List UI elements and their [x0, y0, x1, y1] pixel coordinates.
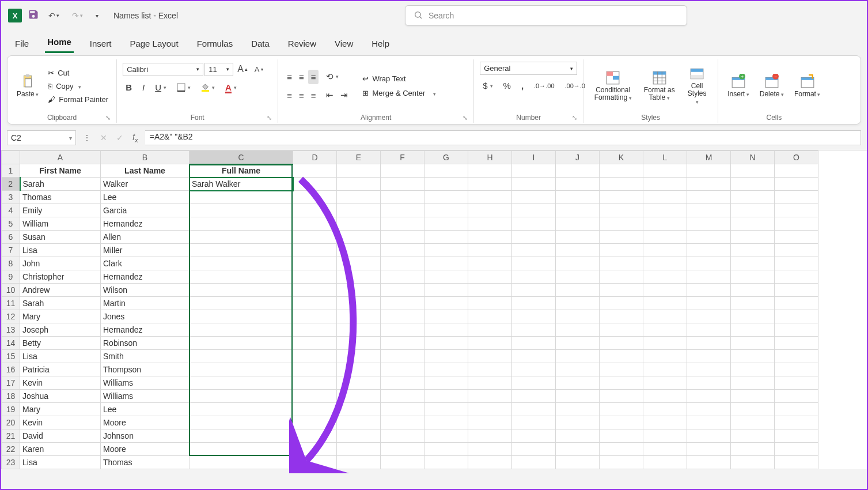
- cell[interactable]: [337, 191, 381, 204]
- cell[interactable]: [731, 217, 775, 231]
- cell[interactable]: [731, 363, 775, 376]
- conditional-formatting-button[interactable]: Conditional Formatting: [589, 69, 636, 103]
- cell[interactable]: [687, 164, 731, 178]
- cell[interactable]: [731, 323, 775, 337]
- cell[interactable]: [337, 244, 381, 257]
- cell[interactable]: [775, 257, 818, 270]
- row-header-3[interactable]: 3: [2, 191, 20, 204]
- delete-cells-button[interactable]: − Delete: [756, 73, 787, 99]
- cell[interactable]: [556, 403, 600, 416]
- tab-review[interactable]: Review: [286, 34, 319, 53]
- cell-A20[interactable]: Kevin: [20, 416, 101, 429]
- cell[interactable]: [600, 310, 643, 323]
- col-header-C[interactable]: C: [189, 151, 293, 164]
- row-header-12[interactable]: 12: [2, 310, 20, 323]
- cell[interactable]: [731, 376, 775, 390]
- cell[interactable]: [556, 416, 600, 429]
- cell-C14[interactable]: [189, 337, 293, 350]
- cell[interactable]: [512, 164, 556, 178]
- cell[interactable]: [293, 284, 337, 297]
- cell[interactable]: [687, 231, 731, 244]
- tab-help[interactable]: Help: [369, 34, 392, 53]
- cell[interactable]: [556, 270, 600, 284]
- cell-B1[interactable]: Last Name: [101, 164, 189, 178]
- merge-center-button[interactable]: ⊞Merge & Center: [360, 88, 438, 99]
- cell[interactable]: [731, 416, 775, 429]
- cell[interactable]: [687, 403, 731, 416]
- cell[interactable]: [381, 337, 424, 350]
- cell[interactable]: [556, 390, 600, 403]
- cell[interactable]: [381, 284, 424, 297]
- cell-A8[interactable]: John: [20, 257, 101, 270]
- cell[interactable]: [512, 429, 556, 443]
- row-header-5[interactable]: 5: [2, 217, 20, 231]
- tab-file[interactable]: File: [13, 34, 31, 53]
- cell[interactable]: [731, 191, 775, 204]
- col-header-J[interactable]: J: [556, 151, 600, 164]
- cell[interactable]: [731, 297, 775, 310]
- col-header-E[interactable]: E: [337, 151, 381, 164]
- cell[interactable]: [556, 363, 600, 376]
- cell[interactable]: [556, 323, 600, 337]
- cell[interactable]: [731, 403, 775, 416]
- tab-page-layout[interactable]: Page Layout: [127, 34, 180, 53]
- cell[interactable]: [687, 337, 731, 350]
- cell[interactable]: [337, 416, 381, 429]
- row-header-18[interactable]: 18: [2, 390, 20, 403]
- cell[interactable]: [512, 443, 556, 456]
- cell[interactable]: [293, 270, 337, 284]
- paste-button[interactable]: Paste: [13, 73, 42, 99]
- cell-C23[interactable]: [189, 456, 293, 469]
- cell[interactable]: [600, 204, 643, 217]
- cell[interactable]: [337, 284, 381, 297]
- cell[interactable]: [424, 257, 468, 270]
- cell[interactable]: [468, 310, 512, 323]
- cell[interactable]: [424, 270, 468, 284]
- cell[interactable]: [337, 204, 381, 217]
- cell[interactable]: [775, 350, 818, 363]
- cell[interactable]: [556, 456, 600, 469]
- cell[interactable]: [600, 244, 643, 257]
- cell-B23[interactable]: Thomas: [101, 456, 189, 469]
- cell-C22[interactable]: [189, 443, 293, 456]
- cell-B13[interactable]: Hernandez: [101, 323, 189, 337]
- cell[interactable]: [600, 284, 643, 297]
- cell-C7[interactable]: [189, 244, 293, 257]
- underline-button[interactable]: U: [152, 80, 169, 95]
- tab-formulas[interactable]: Formulas: [195, 34, 236, 53]
- cell[interactable]: [424, 164, 468, 178]
- col-header-A[interactable]: A: [20, 151, 101, 164]
- cell[interactable]: [512, 337, 556, 350]
- cell[interactable]: [731, 164, 775, 178]
- cell[interactable]: [337, 323, 381, 337]
- cell-B9[interactable]: Hernandez: [101, 270, 189, 284]
- cell[interactable]: [512, 270, 556, 284]
- format-as-table-button[interactable]: Format as Table: [640, 69, 679, 103]
- percent-button[interactable]: %: [501, 78, 514, 93]
- comma-button[interactable]: ,: [518, 78, 526, 93]
- row-header-22[interactable]: 22: [2, 443, 20, 456]
- cell[interactable]: [468, 244, 512, 257]
- accounting-button[interactable]: $: [480, 78, 495, 93]
- cell[interactable]: [687, 390, 731, 403]
- select-all-corner[interactable]: [2, 151, 20, 164]
- font-launcher[interactable]: ⤡: [267, 114, 272, 122]
- cell[interactable]: [512, 257, 556, 270]
- cell-C2[interactable]: Sarah Walker: [189, 178, 293, 191]
- cancel-formula-button[interactable]: ✕: [98, 133, 109, 142]
- cell-B2[interactable]: Walker: [101, 178, 189, 191]
- cell-A6[interactable]: Susan: [20, 231, 101, 244]
- align-bottom-button[interactable]: ≡: [308, 70, 319, 84]
- cell[interactable]: [381, 390, 424, 403]
- cell-B15[interactable]: Smith: [101, 350, 189, 363]
- cell[interactable]: [424, 231, 468, 244]
- cell-C3[interactable]: [189, 191, 293, 204]
- cell[interactable]: [643, 456, 687, 469]
- cell[interactable]: [381, 363, 424, 376]
- cell[interactable]: [600, 376, 643, 390]
- cell[interactable]: [512, 363, 556, 376]
- tab-home[interactable]: Home: [45, 32, 74, 53]
- cell[interactable]: [687, 416, 731, 429]
- cell[interactable]: [293, 257, 337, 270]
- cell[interactable]: [556, 350, 600, 363]
